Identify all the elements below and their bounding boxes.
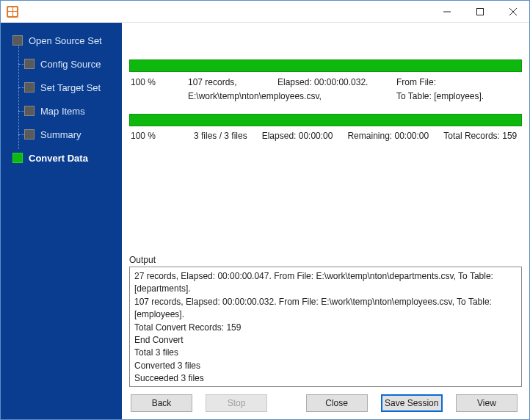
window-controls	[430, 1, 529, 23]
titlebar	[1, 1, 529, 23]
step-icon	[24, 129, 35, 140]
total-progress-percent: 100 %	[131, 131, 179, 141]
view-button[interactable]: View	[456, 394, 518, 412]
sidebar-item-open-source-set[interactable]: Open Source Set	[1, 29, 122, 52]
total-progress-info: 100 % 3 files / 3 files Elapsed: 00:00:0…	[129, 129, 522, 147]
file-progress-section: 100 % 107 records, Elapsed: 00:00:00.032…	[129, 59, 522, 109]
sidebar-item-label: Map Items	[40, 106, 85, 117]
sidebar-item-map-items[interactable]: Map Items	[1, 99, 122, 123]
sidebar-item-convert-data[interactable]: Convert Data	[1, 146, 122, 170]
sidebar-item-label: Config Source	[40, 59, 101, 70]
step-icon	[12, 153, 23, 163]
total-progress-bar	[129, 114, 522, 126]
close-button[interactable]	[496, 1, 529, 23]
sidebar-item-config-source[interactable]: Config Source	[1, 52, 122, 76]
file-progress-elapsed: Elapsed: 00:00:00.032.	[277, 76, 388, 89]
output-line: Succeeded 3 files	[134, 372, 517, 385]
file-progress-to-table: To Table: [employees].	[396, 90, 520, 103]
maximize-button[interactable]	[463, 1, 496, 23]
output-line: Total Convert Records: 159	[134, 322, 517, 334]
close-wizard-button[interactable]: Close	[306, 394, 368, 412]
total-progress-remaining: Remaining: 00:00:00	[347, 131, 429, 141]
sidebar-item-label: Summary	[40, 129, 81, 140]
total-progress-files: 3 files / 3 files	[194, 131, 247, 141]
file-progress-percent: 100 %	[131, 76, 179, 89]
step-icon	[24, 59, 35, 69]
app-icon	[7, 6, 18, 18]
output-line: End Convert	[134, 334, 517, 347]
output-log[interactable]: 27 records, Elapsed: 00:00:00.047. From …	[129, 267, 522, 387]
sidebar-item-label: Set Target Set	[40, 82, 101, 93]
sidebar-item-set-target-set[interactable]: Set Target Set	[1, 76, 122, 99]
sidebar: Open Source Set Config Source Set Target…	[1, 23, 122, 419]
output-line: Total 3 files	[134, 347, 517, 359]
output-line: Converted 3 files	[134, 360, 517, 372]
step-icon	[24, 106, 35, 116]
stop-button: Stop	[206, 394, 267, 412]
button-bar: Back Stop Close Save Session View	[122, 387, 529, 419]
file-progress-records: 107 records,	[188, 76, 269, 89]
total-progress-section: 100 % 3 files / 3 files Elapsed: 00:00:0…	[129, 114, 522, 147]
minimize-button[interactable]	[430, 1, 463, 23]
output-line: 27 records, Elapsed: 00:00:00.047. From …	[134, 270, 517, 296]
step-tree: Open Source Set Config Source Set Target…	[1, 29, 122, 170]
sidebar-item-label: Open Source Set	[29, 35, 102, 46]
file-progress-from-label: From File:	[396, 76, 520, 89]
step-icon	[12, 35, 23, 46]
total-progress-total: Total Records: 159	[443, 131, 517, 141]
output-line: 107 records, Elapsed: 00:00:00.032. From…	[134, 296, 517, 322]
svg-rect-1	[476, 8, 483, 15]
sidebar-item-summary[interactable]: Summary	[1, 123, 122, 146]
save-session-button[interactable]: Save Session	[381, 394, 443, 412]
output-label: Output	[129, 255, 522, 265]
file-progress-from-value: E:\work\temp\nton\employees.csv,	[188, 90, 388, 103]
back-button[interactable]: Back	[131, 394, 192, 412]
sidebar-item-label: Convert Data	[29, 153, 88, 164]
file-progress-bar	[129, 59, 522, 72]
file-progress-info: 100 % 107 records, Elapsed: 00:00:00.032…	[129, 75, 522, 109]
step-icon	[24, 82, 35, 93]
total-progress-elapsed: Elapsed: 00:00:00	[262, 131, 333, 141]
main-panel: 100 % 107 records, Elapsed: 00:00:00.032…	[122, 23, 529, 419]
